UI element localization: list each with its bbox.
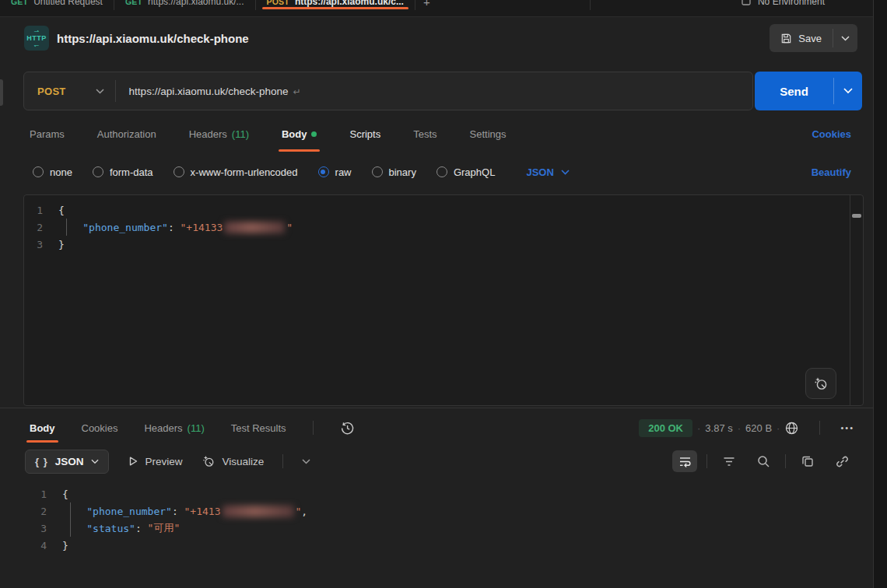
cookies-link[interactable]: Cookies — [812, 128, 851, 140]
code-token: "+1413 — [184, 506, 221, 517]
visualize-button[interactable]: Visualize — [202, 454, 265, 468]
code-token: } — [58, 239, 65, 250]
response-time[interactable]: 3.87 s — [705, 422, 732, 434]
radio-binary[interactable]: binary — [372, 166, 416, 178]
enter-key-hint: ↵ — [293, 86, 300, 97]
divider — [785, 454, 786, 468]
request-tab-active[interactable]: POST https://api.xiaomu.uk/c... — [256, 0, 415, 10]
radio-graphql[interactable]: GraphQL — [436, 166, 495, 178]
dot-separator: · — [777, 422, 780, 434]
method-badge: POST — [267, 0, 289, 6]
divider — [313, 421, 314, 435]
tab-body[interactable]: Body — [282, 114, 317, 154]
chevron-down-icon — [843, 88, 853, 94]
more-options-button[interactable]: ••• — [840, 423, 854, 432]
code-token: "status" — [86, 523, 135, 534]
radio-none[interactable]: none — [33, 166, 72, 178]
request-tab-get-url[interactable]: GET https://api.xiaomu.uk/... — [114, 0, 256, 10]
copy-button[interactable] — [795, 450, 820, 472]
pane-resize-handle[interactable] — [0, 408, 873, 408]
send-button[interactable]: Send — [755, 72, 833, 110]
radio-circle — [33, 166, 44, 177]
request-subtabs: Params Authorization Headers (11) Body S… — [0, 114, 873, 154]
tab-scripts[interactable]: Scripts — [349, 114, 380, 154]
response-body-code[interactable]: 1{2"phone_number": "+1413",3"status": "可… — [23, 479, 864, 554]
method-badge: GET — [125, 0, 142, 6]
response-actions — [672, 450, 854, 472]
code-line: 4} — [23, 537, 864, 554]
save-label: Save — [798, 33, 822, 44]
filter-icon — [723, 457, 735, 467]
sparkle-wand-icon — [202, 454, 216, 468]
http-protocol-icon: ⇀ HTTP ↽ — [24, 26, 49, 51]
editor-scrollbar[interactable] — [850, 195, 863, 405]
save-button[interactable]: Save — [770, 24, 833, 52]
divider — [590, 0, 591, 10]
code-token: } — [62, 540, 68, 551]
line-number: 1 — [23, 488, 62, 500]
method-dropdown[interactable]: POST — [24, 86, 115, 97]
line-number: 2 — [24, 222, 58, 233]
globe-icon — [784, 421, 799, 436]
tab-settings[interactable]: Settings — [470, 114, 507, 154]
window-right-gutter — [873, 0, 887, 588]
code-line: 1{ — [24, 201, 863, 219]
code-line: 3"status": "可用" — [23, 520, 864, 537]
beautify-link[interactable]: Beautify — [812, 166, 851, 178]
filter-button[interactable] — [717, 450, 742, 472]
response-tab-test-results[interactable]: Test Results — [231, 411, 286, 445]
tab-headers[interactable]: Headers (11) — [189, 114, 249, 154]
visualize-options-button[interactable] — [302, 459, 310, 464]
status-badge[interactable]: 200 OK — [639, 419, 692, 437]
tab-params[interactable]: Params — [30, 114, 65, 154]
code-text: } — [58, 239, 65, 250]
chevron-down-icon — [841, 36, 850, 41]
send-split-button: Send — [755, 72, 862, 110]
send-options-button[interactable] — [834, 72, 862, 110]
redacted-value — [223, 506, 294, 517]
code-line: 2"phone_number": "+14133" — [24, 219, 863, 236]
code-line: 2"phone_number": "+1413", — [23, 502, 864, 520]
code-token: { — [58, 205, 65, 216]
save-options-button[interactable] — [833, 24, 857, 52]
radio-raw[interactable]: raw — [318, 166, 352, 178]
request-tab-untitled[interactable]: GET Untitled Request — [0, 0, 114, 10]
radio-circle — [372, 166, 383, 177]
body-type-row: none form-data x-www-form-urlencoded raw… — [0, 154, 873, 190]
response-body-viewer[interactable]: 1{2"phone_number": "+1413",3"status": "可… — [23, 479, 864, 588]
new-tab-button[interactable]: + — [423, 0, 430, 9]
url-input[interactable]: https://api.xiaomu.uk/check-phone↵ — [129, 86, 752, 97]
radio-form-data[interactable]: form-data — [93, 166, 153, 178]
response-tab-headers[interactable]: Headers (11) — [144, 411, 204, 445]
code-text: } — [62, 540, 68, 551]
response-tab-body[interactable]: Body — [30, 411, 55, 445]
copy-icon — [801, 455, 814, 467]
tab-title: https://api.xiaomu.uk/c... — [295, 0, 404, 7]
radio-circle — [174, 166, 184, 177]
response-history-button[interactable] — [340, 421, 355, 436]
request-body-code[interactable]: 1{2"phone_number": "+14133"3} — [24, 195, 863, 253]
url-value: https://api.xiaomu.uk/check-phone — [129, 86, 289, 97]
response-format-dropdown[interactable]: { } JSON — [25, 450, 109, 474]
response-size[interactable]: 620 B — [745, 422, 772, 434]
radio-x-www-form-urlencoded[interactable]: x-www-form-urlencoded — [174, 166, 298, 178]
sidebar-collapsed-handle[interactable] — [0, 79, 3, 106]
tab-tests[interactable]: Tests — [413, 114, 436, 154]
language-dropdown[interactable]: JSON — [526, 166, 569, 178]
search-button[interactable] — [751, 450, 776, 472]
headers-count: (11) — [188, 422, 205, 434]
network-info-button[interactable] — [784, 421, 799, 436]
code-token: " — [296, 506, 302, 517]
chevron-down-icon — [561, 170, 570, 175]
request-body-editor[interactable]: 1{2"phone_number": "+14133"3} — [23, 194, 864, 406]
request-header: ⇀ HTTP ↽ https://api.xiaomu.uk/check-pho… — [0, 17, 873, 59]
chevron-down-icon — [96, 89, 104, 94]
copy-link-button[interactable] — [829, 450, 854, 472]
scrollbar-thumb[interactable] — [852, 214, 861, 218]
wrap-text-button[interactable] — [672, 450, 697, 472]
response-tab-cookies[interactable]: Cookies — [82, 411, 118, 445]
preview-button[interactable]: Preview — [128, 456, 183, 467]
environment-selector[interactable]: No Environment — [741, 0, 825, 7]
tab-authorization[interactable]: Authorization — [97, 114, 156, 154]
postbot-button[interactable] — [805, 368, 836, 399]
